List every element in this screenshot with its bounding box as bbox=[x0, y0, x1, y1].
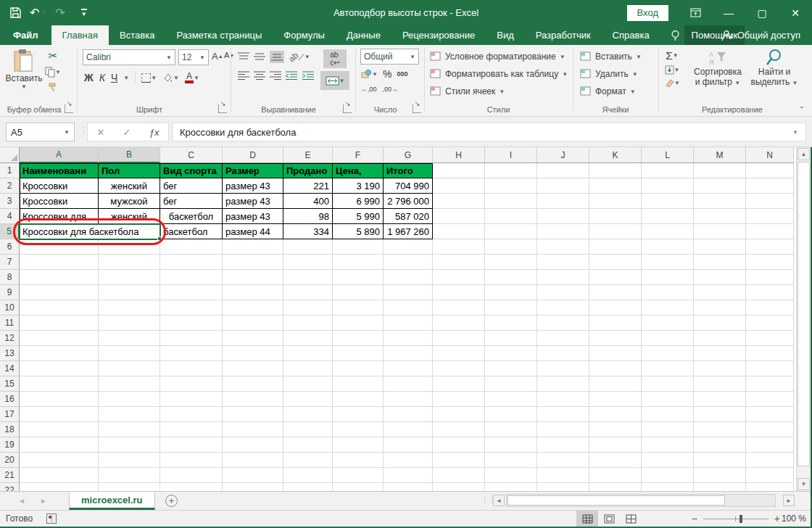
number-dialog-launcher[interactable] bbox=[413, 104, 421, 113]
column-header-L[interactable]: L bbox=[642, 147, 694, 163]
percent-style-button[interactable]: % bbox=[383, 68, 392, 80]
autosum-button[interactable]: Σ▼ bbox=[664, 49, 680, 62]
row-header-2[interactable]: 2 bbox=[0, 178, 20, 194]
table-cell[interactable]: мужской bbox=[99, 194, 160, 209]
row-header-9[interactable]: 9 bbox=[0, 285, 20, 300]
table-cell[interactable]: размер 43 bbox=[223, 178, 283, 194]
row-header-19[interactable]: 19 bbox=[0, 437, 20, 453]
close-button[interactable]: ✕ bbox=[779, 0, 812, 25]
scroll-down-button[interactable]: ▼ bbox=[798, 478, 810, 490]
row-header-5[interactable]: 5 bbox=[0, 224, 20, 239]
zoom-out-button[interactable]: − bbox=[692, 513, 697, 524]
new-sheet-button[interactable]: + bbox=[165, 495, 178, 507]
row-header-10[interactable]: 10 bbox=[0, 300, 20, 315]
next-sheet-button[interactable]: ► bbox=[40, 497, 47, 505]
name-box[interactable]: A5 ▼ bbox=[6, 123, 75, 141]
table-header-cell[interactable]: Наименовани bbox=[20, 163, 99, 178]
row-header-4[interactable]: 4 bbox=[0, 209, 20, 224]
orientation-button[interactable]: ab⟋▼ bbox=[289, 52, 310, 62]
horizontal-scrollbar[interactable]: ◄ ► bbox=[493, 494, 795, 508]
tab-разметка-страницы[interactable]: Разметка страницы bbox=[165, 25, 273, 45]
table-cell[interactable]: Кроссовки bbox=[20, 178, 99, 194]
tell-me-button[interactable] bbox=[671, 25, 680, 45]
tab-файл[interactable]: Файл bbox=[0, 25, 51, 45]
clear-button[interactable]: ▼ bbox=[664, 78, 680, 87]
decrease-indent-button[interactable] bbox=[286, 71, 298, 81]
tab-вставка[interactable]: Вставка bbox=[109, 25, 165, 45]
underline-button[interactable]: Ч bbox=[111, 72, 117, 83]
tab-справка[interactable]: Справка bbox=[602, 25, 660, 45]
align-right-button[interactable] bbox=[270, 71, 281, 81]
row-header-18[interactable]: 18 bbox=[0, 422, 20, 437]
row-header-14[interactable]: 14 bbox=[0, 361, 20, 376]
tab-главная[interactable]: Главная bbox=[51, 25, 109, 45]
column-header-H[interactable]: H bbox=[433, 147, 485, 163]
table-cell[interactable]: 6 990 bbox=[333, 194, 384, 209]
sort-filter-button[interactable]: АЯ Сортировка и фильтр ▼ bbox=[690, 49, 745, 88]
save-button[interactable] bbox=[7, 6, 24, 20]
table-cell[interactable]: женский bbox=[99, 178, 160, 194]
zoom-slider-handle[interactable] bbox=[740, 515, 742, 523]
align-left-button[interactable] bbox=[238, 71, 249, 81]
tab-разработчик[interactable]: Разработчик bbox=[525, 25, 602, 45]
zoom-in-button[interactable]: + bbox=[774, 513, 780, 524]
increase-decimal-button[interactable]: ←,00 bbox=[361, 86, 377, 93]
borders-button[interactable]: ▼ bbox=[141, 73, 157, 83]
cell-action-формат[interactable]: Формат▼ bbox=[580, 83, 642, 100]
style-стили-ячеек[interactable]: Стили ячеек▼ bbox=[430, 83, 568, 100]
row-header-16[interactable]: 16 bbox=[0, 392, 20, 407]
table-header-cell[interactable]: Цена, bbox=[333, 163, 384, 178]
alignment-dialog-launcher[interactable] bbox=[343, 104, 352, 113]
column-header-B[interactable]: B bbox=[99, 147, 160, 163]
wrap-text-button[interactable]: abc↩ bbox=[323, 49, 347, 68]
row-header-15[interactable]: 15 bbox=[0, 376, 20, 392]
row-header-17[interactable]: 17 bbox=[0, 407, 20, 422]
table-cell[interactable]: 704 990 bbox=[384, 178, 433, 194]
tab-вид[interactable]: Вид bbox=[486, 25, 525, 45]
table-cell[interactable]: Кроссовки bbox=[20, 194, 99, 209]
decrease-decimal-button[interactable]: ,00→ bbox=[383, 86, 399, 93]
table-cell[interactable]: женский bbox=[99, 209, 160, 224]
bold-button[interactable]: Ж bbox=[84, 72, 94, 83]
table-cell[interactable]: 2 796 000 bbox=[384, 194, 433, 209]
table-cell[interactable]: 400 bbox=[283, 194, 333, 209]
row-header-3[interactable]: 3 bbox=[0, 194, 20, 209]
table-cell[interactable]: Кроссовки для bbox=[20, 209, 99, 224]
table-cell[interactable]: Кроссовки для баскетбола bbox=[20, 224, 160, 239]
customize-qat-button[interactable]: ▼ bbox=[78, 7, 90, 19]
table-cell[interactable]: размер 43 bbox=[223, 209, 283, 224]
page-break-preview-button[interactable] bbox=[620, 511, 642, 527]
row-header-21[interactable]: 21 bbox=[0, 468, 20, 483]
table-cell[interactable]: размер 44 bbox=[223, 224, 283, 239]
row-header-13[interactable]: 13 bbox=[0, 346, 20, 361]
undo-button[interactable]: ↶ ▼ bbox=[27, 4, 49, 21]
row-header-20[interactable]: 20 bbox=[0, 453, 20, 468]
table-cell[interactable]: 5 990 bbox=[333, 209, 384, 224]
enter-entry-button[interactable]: ✓ bbox=[123, 127, 131, 138]
table-header-cell[interactable]: Размер bbox=[223, 163, 283, 178]
font-color-button[interactable]: А ▼ bbox=[185, 73, 199, 83]
table-header-cell[interactable]: Вид спорта bbox=[160, 163, 223, 178]
vertical-scrollbar[interactable]: ▲ ▼ bbox=[796, 147, 810, 491]
align-center-button[interactable] bbox=[254, 71, 265, 81]
cell-action-вставить[interactable]: Вставить▼ bbox=[580, 48, 642, 65]
table-cell[interactable]: 3 190 bbox=[333, 178, 384, 194]
table-cell[interactable]: 587 020 bbox=[384, 209, 433, 224]
column-header-M[interactable]: M bbox=[694, 147, 746, 163]
align-bottom-button[interactable] bbox=[270, 51, 284, 63]
scroll-up-button[interactable]: ▲ bbox=[798, 148, 810, 160]
table-cell[interactable]: бег bbox=[160, 178, 223, 194]
row-header-12[interactable]: 12 bbox=[0, 331, 20, 346]
column-header-N[interactable]: N bbox=[746, 147, 794, 163]
format-painter-button[interactable] bbox=[45, 82, 61, 92]
table-header-cell[interactable]: Пол bbox=[99, 163, 160, 178]
formula-input[interactable]: Кроссовки для баскетбола ▼ bbox=[172, 123, 806, 141]
vertical-scroll-thumb[interactable] bbox=[798, 162, 810, 466]
underline-dropdown-icon[interactable]: ▼ bbox=[123, 75, 129, 81]
insert-function-button[interactable]: ƒx bbox=[149, 127, 160, 138]
table-cell[interactable]: размер 43 bbox=[223, 194, 283, 209]
minimize-button[interactable]: — bbox=[712, 0, 745, 25]
italic-button[interactable]: К bbox=[99, 72, 105, 83]
scroll-right-button[interactable]: ► bbox=[783, 495, 795, 506]
align-middle-button[interactable] bbox=[254, 52, 265, 62]
